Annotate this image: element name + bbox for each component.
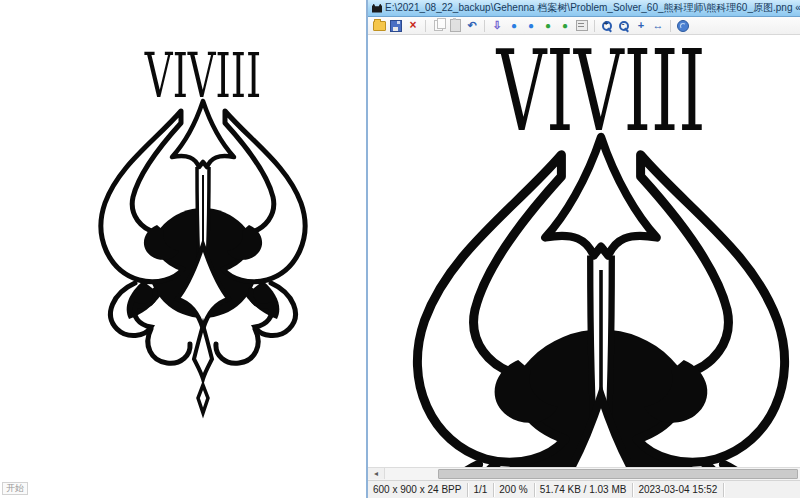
status-bar: 600 x 900 x 24 BPP 1/1 200 % 51.74 KB / … bbox=[368, 480, 800, 498]
play-loop-button[interactable]: ● bbox=[557, 18, 573, 33]
scrollbar-thumb[interactable] bbox=[438, 469, 798, 479]
prev-image-button[interactable]: ● bbox=[506, 18, 522, 33]
emblem-artwork-zoomed bbox=[368, 35, 800, 467]
toolbar-separator bbox=[425, 20, 426, 32]
window-title: E:\2021_08_22_backup\Gehenna 档案树\Problem… bbox=[385, 1, 800, 15]
start-hint-label: 开始 bbox=[2, 482, 28, 495]
about-button[interactable] bbox=[675, 18, 691, 33]
image-canvas[interactable] bbox=[368, 35, 800, 467]
zoom-out-icon: - bbox=[618, 20, 630, 32]
scroll-left-arrow[interactable]: ◂ bbox=[368, 468, 385, 479]
play-forward-button[interactable]: ● bbox=[540, 18, 556, 33]
copy-icon bbox=[434, 20, 443, 31]
zoom-in-icon: + bbox=[601, 20, 613, 32]
list-view-button[interactable] bbox=[574, 18, 590, 33]
globe-icon bbox=[677, 20, 689, 32]
horizontal-scrollbar[interactable]: ◂ bbox=[368, 467, 800, 480]
paste-button[interactable] bbox=[447, 18, 463, 33]
save-button[interactable] bbox=[388, 18, 404, 33]
list-icon bbox=[576, 20, 588, 31]
title-bar[interactable]: E:\2021_08_22_backup\Gehenna 档案树\Problem… bbox=[368, 0, 800, 17]
nav-down-button[interactable]: ⇩ bbox=[489, 18, 505, 33]
floppy-icon bbox=[390, 20, 402, 32]
emblem-artwork-small bbox=[53, 25, 353, 425]
fit-window-button[interactable]: ↔ bbox=[650, 18, 666, 33]
delete-button[interactable]: × bbox=[405, 18, 421, 33]
zoom-in-button[interactable]: + bbox=[599, 18, 615, 33]
pan-button[interactable]: + bbox=[633, 18, 649, 33]
image-viewer-window: E:\2021_08_22_backup\Gehenna 档案树\Problem… bbox=[366, 0, 800, 498]
toolbar-separator bbox=[670, 20, 671, 32]
status-dimensions: 600 x 900 x 24 BPP bbox=[368, 483, 468, 497]
status-zoom-level: 200 % bbox=[494, 483, 534, 497]
status-page-index: 1/1 bbox=[468, 483, 494, 497]
cat-window-icon[interactable] bbox=[372, 4, 382, 13]
zoom-out-button[interactable]: - bbox=[616, 18, 632, 33]
folder-icon bbox=[373, 21, 386, 31]
toolbar: × ↶ ⇩ ● ● ● ● + - + ↔ bbox=[368, 17, 800, 35]
copy-button[interactable] bbox=[430, 18, 446, 33]
toolbar-separator bbox=[594, 20, 595, 32]
next-image-button[interactable]: ● bbox=[523, 18, 539, 33]
status-modified-date: 2023-03-04 15:52 bbox=[633, 483, 724, 497]
status-file-size: 51.74 KB / 1.03 MB bbox=[535, 483, 634, 497]
paste-icon bbox=[450, 19, 461, 32]
open-button[interactable] bbox=[371, 18, 387, 33]
toolbar-separator bbox=[484, 20, 485, 32]
background-image-pane: 开始 bbox=[0, 0, 366, 498]
undo-button[interactable]: ↶ bbox=[464, 18, 480, 33]
